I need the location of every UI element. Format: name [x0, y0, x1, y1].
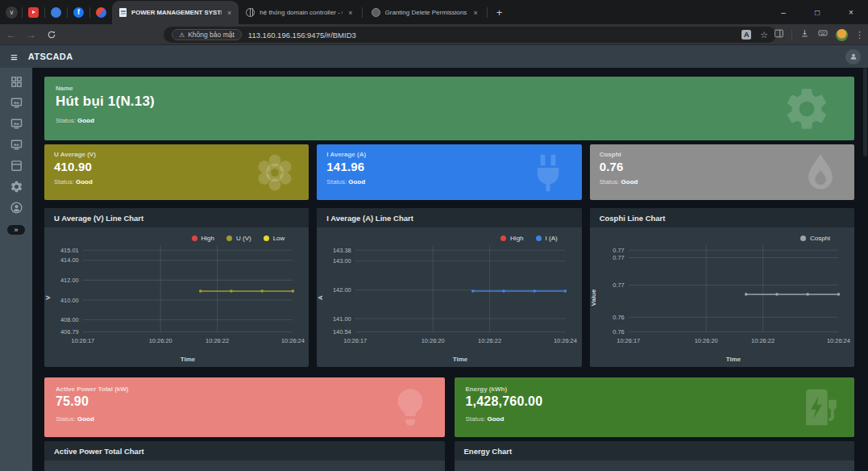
- svg-text:10:26:22: 10:26:22: [751, 337, 775, 344]
- card-value: 75.90: [56, 394, 434, 409]
- bookmark-star-icon[interactable]: ☆: [760, 30, 768, 40]
- card-i-average-a[interactable]: I Average (A)141.96Status:Good: [317, 144, 581, 200]
- pinned-tab-youtube[interactable]: [23, 7, 44, 18]
- chart-title: Energy Chart: [455, 441, 855, 461]
- legend-label: I (A): [546, 235, 558, 242]
- tab-title: hệ thống domain controller - Go...: [260, 9, 343, 16]
- line-chart-plot: 0.770.770.770.760.7610:26:1710:26:2010:2…: [590, 227, 854, 367]
- sidebar-item-account[interactable]: [10, 201, 23, 215]
- sidebar-expand-button[interactable]: »: [7, 225, 24, 235]
- svg-text:140.54: 140.54: [333, 328, 351, 336]
- pinned-tabs: [22, 7, 112, 18]
- legend-label: High: [510, 235, 523, 242]
- svg-text:10:26:20: 10:26:20: [149, 337, 172, 344]
- card-active-power-total[interactable]: Active Power Total (kW)75.90Status:Good: [44, 377, 445, 437]
- status-label: Status:: [600, 178, 620, 185]
- tab-title: Granting Delete Permissions in M...: [385, 9, 468, 16]
- tab-domain-controller[interactable]: hệ thống domain controller - Go... ×: [239, 1, 359, 24]
- flame-icon: [798, 150, 843, 195]
- card-name[interactable]: NameHút bụi 1(N.13)Status:Good: [44, 77, 854, 140]
- svg-text:0.77: 0.77: [613, 281, 625, 289]
- chart-panel-u-average-line-chart: U Average (V) Line ChartHighU (V)LowV415…: [44, 208, 309, 367]
- chart-legend: HighU (V)Low: [192, 235, 285, 242]
- close-window-button[interactable]: ×: [834, 0, 868, 24]
- bottom-chart-row: Active Power Total ChartEnergy Chart: [44, 441, 854, 471]
- card-status: Status:Good: [56, 117, 843, 124]
- bulb-icon: [387, 384, 434, 431]
- chart-panel-i-average-line-chart: I Average (A) Line ChartHighI (A)A143.38…: [317, 208, 581, 367]
- keyboard-icon[interactable]: [817, 27, 829, 42]
- back-button[interactable]: ←: [6, 29, 16, 40]
- svg-text:410.00: 410.00: [60, 297, 79, 304]
- url-text[interactable]: 113.160.196.156:9475/#/BMID3: [248, 31, 356, 40]
- browser-toolbar: ← → ⚠ Không bảo mật 113.160.196.156:9475…: [0, 24, 868, 45]
- status-value: Good: [77, 415, 94, 423]
- card-energy[interactable]: Energy (kWh)1,428,760.00Status:Good: [455, 377, 855, 437]
- reload-button[interactable]: [47, 30, 56, 40]
- card-u-average-v[interactable]: U Average (V)410.90Status:Good: [44, 144, 309, 200]
- account-icon: [10, 201, 23, 215]
- address-bar[interactable]: ⚠ Không bảo mật 113.160.196.156:9475/#/B…: [164, 27, 776, 43]
- user-avatar[interactable]: [845, 49, 861, 65]
- legend-dot: [264, 235, 269, 241]
- profile-avatar[interactable]: [836, 29, 848, 41]
- legend-label: U (V): [236, 235, 251, 242]
- close-icon[interactable]: ×: [227, 9, 231, 17]
- minimize-button[interactable]: –: [766, 0, 800, 24]
- legend-dot: [226, 235, 232, 241]
- dashboard: NameHút bụi 1(N.13)Status:GoodU Average …: [44, 77, 854, 471]
- maximize-button[interactable]: □: [800, 0, 834, 24]
- download-icon[interactable]: [799, 27, 810, 42]
- card-label: Active Power Total (kW): [56, 386, 434, 393]
- chart-legend: Cosphi: [800, 235, 830, 242]
- svg-text:415.01: 415.01: [60, 247, 79, 254]
- svg-text:143.38: 143.38: [333, 247, 351, 254]
- sidebar-item-report[interactable]: [10, 159, 23, 173]
- hamburger-menu-icon[interactable]: ≡: [10, 51, 18, 63]
- status-value: Good: [76, 178, 93, 185]
- legend-item: High: [500, 235, 523, 242]
- translate-icon[interactable]: A: [741, 30, 751, 40]
- browser-menu-icon[interactable]: ⋮: [855, 30, 864, 40]
- svg-text:10:26:24: 10:26:24: [554, 337, 577, 344]
- sidebar-item-screen[interactable]: [10, 117, 23, 131]
- svg-text:0.77: 0.77: [613, 247, 625, 254]
- close-icon[interactable]: ×: [474, 9, 478, 17]
- legend-item: Low: [264, 235, 285, 242]
- legend-dot: [192, 235, 197, 241]
- sidebar-item-settings[interactable]: [10, 180, 23, 194]
- legend-item: U (V): [226, 235, 251, 242]
- tab-search-button[interactable]: ∨: [6, 6, 18, 19]
- forward-button[interactable]: →: [27, 29, 36, 40]
- sidebar: »: [0, 68, 32, 471]
- chart-legend: HighI (A): [500, 235, 558, 242]
- legend-item: I (A): [536, 235, 558, 242]
- sidebar-item-dashboard[interactable]: [10, 75, 23, 89]
- chart-body: CosphiValue0.770.770.770.760.7610:26:171…: [590, 227, 854, 367]
- pinned-tab-4[interactable]: [90, 7, 112, 18]
- new-tab-button[interactable]: +: [496, 6, 503, 19]
- svg-text:10:26:22: 10:26:22: [206, 337, 229, 344]
- card-cosphi[interactable]: Cosphi0.76Status:Good: [590, 144, 854, 200]
- line-chart-plot: 415.01414.00412.00410.00408.00406.7910:2…: [44, 227, 309, 367]
- sidebar-item-screen[interactable]: [10, 138, 23, 152]
- card-label: Name: [56, 85, 843, 92]
- browser-window: ∨ POWER MANAGEMENT SYSTEM × hệ thống dom…: [0, 0, 868, 471]
- tab-granting-permissions[interactable]: Granting Delete Permissions in M... ×: [364, 1, 485, 24]
- security-chip[interactable]: ⚠ Không bảo mật: [172, 29, 242, 40]
- status-label: Status:: [54, 178, 74, 185]
- status-label: Status:: [56, 117, 76, 124]
- close-icon[interactable]: ×: [348, 9, 352, 17]
- side-panel-icon[interactable]: [774, 27, 784, 42]
- sidebar-item-screen[interactable]: [10, 96, 23, 110]
- tab-power-management[interactable]: POWER MANAGEMENT SYSTEM ×: [112, 1, 239, 24]
- toolbar-right: ⋮: [774, 24, 864, 45]
- svg-text:10:26:24: 10:26:24: [281, 337, 305, 344]
- svg-text:Time: Time: [181, 356, 196, 363]
- pinned-tab-chat[interactable]: [45, 7, 67, 18]
- globe-favicon: [246, 8, 255, 17]
- svg-text:141.00: 141.00: [333, 315, 351, 323]
- scrollbar-thumb[interactable]: [863, 68, 867, 156]
- pinned-tab-facebook[interactable]: [68, 7, 89, 18]
- bottom-card-row: Active Power Total (kW)75.90Status:GoodE…: [44, 377, 854, 437]
